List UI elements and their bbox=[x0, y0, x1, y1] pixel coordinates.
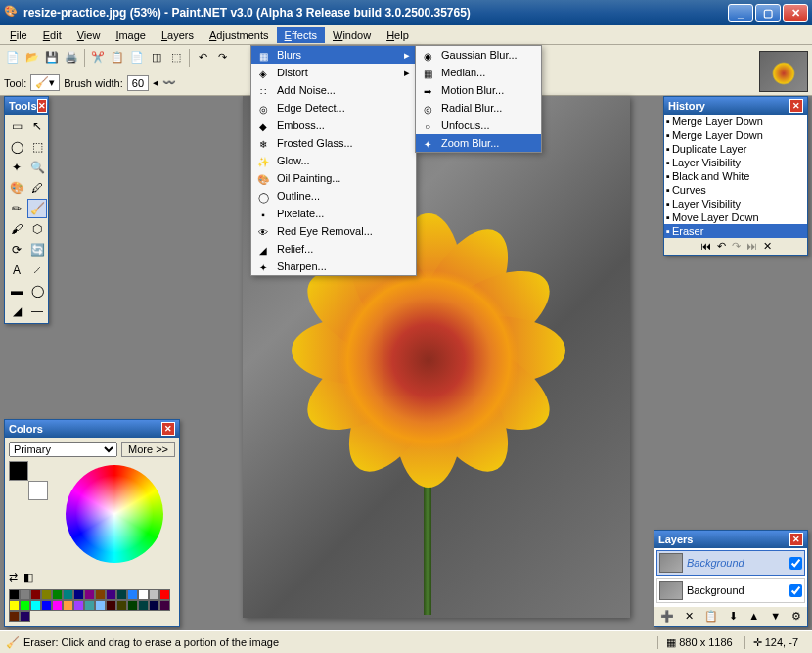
history-redo-icon[interactable]: ↷ bbox=[732, 240, 741, 253]
open-icon[interactable]: 📂 bbox=[23, 49, 41, 67]
delete-layer-icon[interactable]: ✕ bbox=[685, 610, 694, 623]
palette-color[interactable] bbox=[9, 600, 20, 611]
menu-help[interactable]: Help bbox=[379, 27, 417, 43]
tool-selector[interactable]: 🧹▾ bbox=[30, 74, 60, 91]
palette-color[interactable] bbox=[20, 600, 30, 611]
effects-emboss-[interactable]: ◆Emboss... bbox=[251, 117, 416, 134]
palette-color[interactable] bbox=[20, 611, 30, 622]
history-item[interactable]: ▪Merge Layer Down bbox=[664, 115, 807, 128]
palette-color[interactable] bbox=[30, 600, 41, 611]
history-item[interactable]: ▪Layer Visibility bbox=[664, 197, 807, 210]
menu-edit[interactable]: Edit bbox=[35, 27, 69, 43]
color-wheel[interactable] bbox=[66, 465, 163, 563]
menu-adjustments[interactable]: Adjustments bbox=[202, 27, 277, 43]
effects-relief-[interactable]: ◢Relief... bbox=[251, 240, 416, 257]
history-close-icon[interactable]: ✕ bbox=[789, 99, 803, 113]
blurs-gaussian-blur-[interactable]: ◉Gaussian Blur... bbox=[416, 46, 541, 64]
palette-color[interactable] bbox=[73, 589, 84, 600]
palette-color[interactable] bbox=[127, 600, 138, 611]
layer-visible-checkbox[interactable] bbox=[789, 584, 802, 597]
palette-color[interactable] bbox=[30, 589, 41, 600]
default-colors-icon[interactable]: ◧ bbox=[23, 571, 33, 583]
effects-blurs[interactable]: ▦Blurs bbox=[251, 46, 416, 64]
blurs-zoom-blur-[interactable]: ✦Zoom Blur... bbox=[416, 134, 541, 152]
save-icon[interactable]: 💾 bbox=[43, 49, 61, 67]
palette-color[interactable] bbox=[116, 600, 127, 611]
tools-close-icon[interactable]: ✕ bbox=[37, 99, 47, 113]
menu-image[interactable]: Image bbox=[108, 27, 154, 43]
layer-visible-checkbox[interactable] bbox=[789, 557, 802, 570]
brush-decrease-icon[interactable]: ◂ bbox=[153, 76, 158, 89]
tool-1[interactable]: ↖ bbox=[27, 117, 47, 136]
history-item[interactable]: ▪Move Layer Down bbox=[664, 210, 807, 224]
maximize-button[interactable]: ▢ bbox=[755, 4, 781, 22]
history-item[interactable]: ▪Merge Layer Down bbox=[664, 128, 807, 142]
palette-color[interactable] bbox=[149, 600, 159, 611]
color-mode-select[interactable]: Primary bbox=[9, 442, 117, 457]
effects-frosted-glass-[interactable]: ❄Frosted Glass... bbox=[251, 134, 416, 152]
palette-color[interactable] bbox=[159, 600, 170, 611]
duplicate-layer-icon[interactable]: 📋 bbox=[704, 610, 718, 623]
colors-close-icon[interactable]: ✕ bbox=[161, 422, 175, 436]
swap-colors-icon[interactable]: ⇄ bbox=[9, 571, 18, 583]
palette-color[interactable] bbox=[116, 589, 127, 600]
tool-2[interactable]: ◯ bbox=[7, 137, 26, 157]
layers-close-icon[interactable]: ✕ bbox=[789, 533, 803, 546]
minimize-button[interactable]: _ bbox=[728, 4, 753, 22]
effects-oil-painting-[interactable]: 🎨Oil Painting... bbox=[251, 169, 416, 187]
menu-window[interactable]: Window bbox=[325, 27, 379, 43]
palette-color[interactable] bbox=[9, 589, 20, 600]
tool-7[interactable]: 🖊 bbox=[27, 178, 47, 198]
tool-16[interactable]: ▬ bbox=[7, 281, 26, 301]
history-rewind-icon[interactable]: ⏮ bbox=[700, 240, 711, 253]
more-colors-button[interactable]: More >> bbox=[121, 442, 175, 457]
move-up-icon[interactable]: ▲ bbox=[748, 610, 759, 623]
layer-row[interactable]: Background bbox=[656, 550, 805, 576]
tool-4[interactable]: ✦ bbox=[7, 158, 26, 177]
history-item[interactable]: ▪Eraser bbox=[664, 224, 807, 238]
palette-color[interactable] bbox=[84, 600, 95, 611]
history-item[interactable]: ▪Curves bbox=[664, 183, 807, 197]
tool-14[interactable]: A bbox=[7, 260, 26, 280]
history-forward-icon[interactable]: ⏭ bbox=[746, 240, 757, 253]
history-delete-icon[interactable]: ✕ bbox=[763, 240, 772, 253]
tool-3[interactable]: ⬚ bbox=[27, 137, 47, 157]
menu-effects[interactable]: Effects bbox=[277, 27, 325, 43]
palette-color[interactable] bbox=[95, 600, 106, 611]
cut-icon[interactable]: ✂️ bbox=[89, 49, 107, 67]
effects-add-noise-[interactable]: ∷Add Noise... bbox=[251, 81, 416, 99]
blurs-radial-blur-[interactable]: ◎Radial Blur... bbox=[416, 99, 541, 117]
tool-8[interactable]: ✏ bbox=[7, 199, 26, 218]
tool-10[interactable]: 🖌 bbox=[7, 219, 26, 239]
color-swatches[interactable] bbox=[9, 461, 48, 500]
tool-19[interactable]: — bbox=[27, 302, 47, 321]
tool-12[interactable]: ⟳ bbox=[7, 240, 26, 259]
menu-view[interactable]: View bbox=[69, 27, 109, 43]
tool-13[interactable]: 🔄 bbox=[27, 240, 47, 259]
palette-color[interactable] bbox=[52, 589, 63, 600]
tool-0[interactable]: ▭ bbox=[7, 117, 26, 136]
move-down-icon[interactable]: ▼ bbox=[770, 610, 781, 623]
menu-file[interactable]: File bbox=[2, 27, 35, 43]
effects-red-eye-removal-[interactable]: 👁Red Eye Removal... bbox=[251, 222, 416, 240]
undo-icon[interactable]: ↶ bbox=[194, 49, 211, 67]
deselect-icon[interactable]: ⬚ bbox=[167, 49, 185, 67]
palette-color[interactable] bbox=[106, 589, 116, 600]
tool-18[interactable]: ◢ bbox=[7, 302, 26, 321]
history-undo-icon[interactable]: ↶ bbox=[717, 240, 726, 253]
copy-icon[interactable]: 📋 bbox=[109, 49, 126, 67]
history-item[interactable]: ▪Duplicate Layer bbox=[664, 142, 807, 156]
document-thumbnail[interactable] bbox=[759, 51, 808, 92]
layer-row[interactable]: Background bbox=[656, 578, 805, 603]
palette-color[interactable] bbox=[73, 600, 84, 611]
effects-outline-[interactable]: ◯Outline... bbox=[251, 187, 416, 205]
palette-color[interactable] bbox=[95, 589, 106, 600]
paste-icon[interactable]: 📄 bbox=[128, 49, 146, 67]
history-item[interactable]: ▪Layer Visibility bbox=[664, 156, 807, 169]
blurs-motion-blur-[interactable]: ➡Motion Blur... bbox=[416, 81, 541, 99]
print-icon[interactable]: 🖨️ bbox=[63, 49, 80, 67]
tool-5[interactable]: 🔍 bbox=[27, 158, 47, 177]
tool-11[interactable]: ⬡ bbox=[27, 219, 47, 239]
brush-width-input[interactable]: 60 bbox=[127, 75, 149, 91]
add-layer-icon[interactable]: ➕ bbox=[660, 610, 674, 623]
